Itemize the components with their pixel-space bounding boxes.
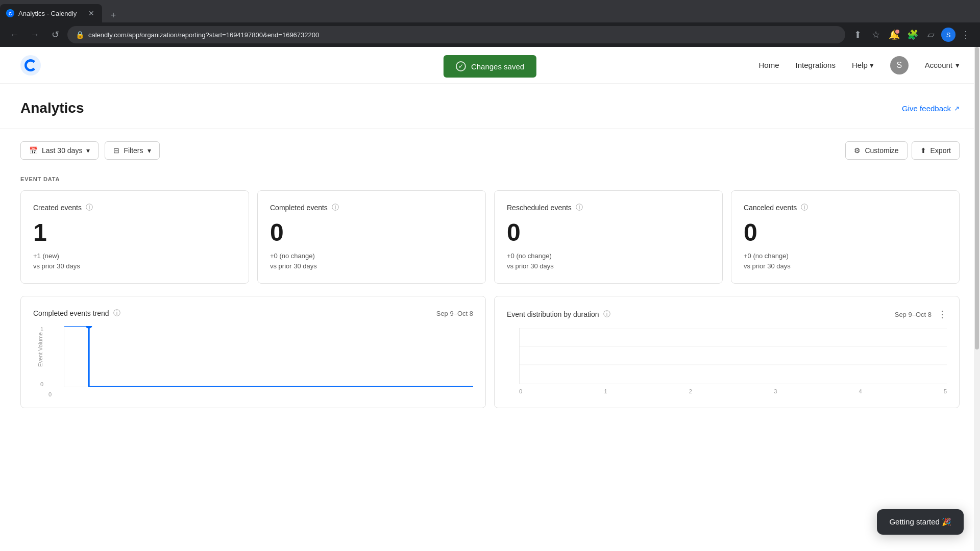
distribution-x-axis: 0 1 2 3 4 5 (519, 388, 947, 394)
created-events-info-icon[interactable]: ⓘ (86, 203, 93, 212)
canceled-events-title: Canceled events ⓘ (744, 203, 947, 212)
export-button[interactable]: ⬆ Export (912, 141, 960, 160)
share-button[interactable]: ⬆ (849, 27, 866, 43)
scrollbar-thumb[interactable] (975, 47, 979, 349)
reload-button[interactable]: ↺ (47, 27, 63, 43)
give-feedback-link[interactable]: Give feedback ↗ (902, 104, 960, 113)
toast-check-icon: ✓ (456, 61, 466, 71)
header-divider (0, 129, 980, 129)
toast-notification: ✓ Changes saved (444, 55, 536, 78)
event-data-section-label: EVENT DATA (20, 176, 960, 182)
external-link-icon: ↗ (954, 105, 960, 112)
getting-started-widget[interactable]: Getting started 🎉 (877, 509, 964, 535)
canceled-events-change: +0 (no change) vs prior 30 days (744, 251, 947, 271)
tab-title: Analytics - Calendly (18, 10, 83, 17)
date-range-button[interactable]: 📅 Last 30 days ▾ (20, 141, 99, 160)
dist-x-5: 5 (944, 388, 947, 394)
nav-help[interactable]: Help ▾ (852, 61, 874, 70)
completed-events-title: Completed events ⓘ (270, 203, 473, 212)
trend-y-label-0: 0 (40, 381, 43, 387)
canceled-events-info-icon[interactable]: ⓘ (801, 203, 808, 212)
forward-button[interactable]: → (27, 27, 43, 43)
trend-chart-date: Sep 9–Oct 8 (436, 310, 473, 317)
distribution-chart-header: Event distribution by duration ⓘ Sep 9–O… (507, 309, 947, 320)
created-events-change-line2: vs prior 30 days (33, 261, 236, 271)
toast-message: Changes saved (471, 62, 524, 71)
menu-button[interactable]: ⋮ (958, 27, 974, 43)
trend-chart-area: 1 0 Event Volume (33, 326, 473, 397)
rescheduled-events-change-line2: vs prior 30 days (507, 261, 710, 271)
nav-integrations[interactable]: Integrations (796, 61, 836, 69)
charts-grid: Completed events trend ⓘ Sep 9–Oct 8 1 0… (20, 296, 960, 408)
nav-home[interactable]: Home (759, 61, 779, 69)
bell-button[interactable]: 🔔 (886, 27, 902, 43)
distribution-chart-title: Event distribution by duration ⓘ (507, 310, 610, 319)
trend-y-label-1: 1 (40, 326, 43, 332)
canceled-events-value: 0 (744, 220, 947, 245)
rescheduled-events-change: +0 (no change) vs prior 30 days (507, 251, 710, 271)
export-label: Export (930, 146, 951, 155)
distribution-chart-card: Event distribution by duration ⓘ Sep 9–O… (494, 296, 960, 408)
rescheduled-events-info-icon[interactable]: ⓘ (576, 203, 583, 212)
tab-close-button[interactable]: ✕ (87, 9, 96, 18)
distribution-more-button[interactable]: ⋮ (938, 309, 947, 320)
canceled-events-change-line1: +0 (no change) (744, 251, 947, 261)
lock-icon: 🔒 (76, 31, 84, 39)
svg-point-2 (20, 55, 41, 76)
page-content: Analytics Give feedback ↗ 📅 Last 30 days… (0, 84, 980, 408)
completed-events-info-icon[interactable]: ⓘ (332, 203, 339, 212)
bookmark-button[interactable]: ☆ (868, 27, 884, 43)
address-bar[interactable]: 🔒 calendly.com/app/organization/reportin… (67, 26, 845, 43)
logo[interactable] (20, 55, 41, 76)
active-tab[interactable]: C Analytics - Calendly ✕ (0, 4, 102, 22)
help-chevron-icon: ▾ (870, 61, 874, 70)
extensions-button[interactable]: 🧩 (904, 27, 921, 43)
sidepanel-button[interactable]: ▱ (923, 27, 939, 43)
nav-help-label: Help (852, 61, 868, 69)
back-button[interactable]: ← (6, 27, 22, 43)
distribution-chart-info-icon[interactable]: ⓘ (603, 310, 610, 319)
completed-events-change-line1: +0 (no change) (270, 251, 473, 261)
getting-started-label: Getting started 🎉 (889, 517, 951, 527)
customize-label: Customize (865, 146, 898, 155)
filters-label: Filters (124, 146, 143, 155)
date-range-chevron-icon: ▾ (86, 146, 90, 155)
trend-chart-header: Completed events trend ⓘ Sep 9–Oct 8 (33, 309, 473, 318)
created-events-change: +1 (new) vs prior 30 days (33, 251, 236, 271)
completed-events-change: +0 (no change) vs prior 30 days (270, 251, 473, 271)
filter-right: ⚙ Customize ⬆ Export (845, 141, 960, 160)
filters-button[interactable]: ⊟ Filters ▾ (105, 141, 159, 160)
scrollbar-track[interactable] (974, 47, 980, 551)
distribution-chart-area: 0 1 2 3 4 5 (507, 328, 947, 394)
app-container: Home Integrations Help ▾ S Account ▾ ✓ C… (0, 47, 980, 551)
rescheduled-events-card: Rescheduled events ⓘ 0 +0 (no change) vs… (494, 190, 723, 284)
calendar-icon: 📅 (29, 146, 38, 155)
give-feedback-label: Give feedback (902, 104, 951, 113)
new-tab-button[interactable]: + (106, 8, 120, 22)
nav-user-avatar[interactable]: S (890, 56, 909, 74)
filter-left: 📅 Last 30 days ▾ ⊟ Filters ▾ (20, 141, 160, 160)
dist-x-0: 0 (519, 388, 522, 394)
dist-x-3: 3 (774, 388, 777, 394)
trend-x-start: 0 (48, 391, 52, 397)
created-events-card: Created events ⓘ 1 +1 (new) vs prior 30 … (20, 190, 249, 284)
svg-text:C: C (9, 11, 12, 16)
canceled-events-card: Canceled events ⓘ 0 +0 (no change) vs pr… (731, 190, 960, 284)
created-events-title: Created events ⓘ (33, 203, 236, 212)
page-title: Analytics (20, 100, 84, 116)
created-events-change-line1: +1 (new) (33, 251, 236, 261)
rescheduled-events-title: Rescheduled events ⓘ (507, 203, 710, 212)
date-range-label: Last 30 days (42, 146, 82, 155)
completed-events-value: 0 (270, 220, 473, 245)
customize-button[interactable]: ⚙ Customize (845, 141, 907, 160)
filters-chevron-icon: ▾ (148, 146, 151, 155)
created-events-value: 1 (33, 220, 236, 245)
browser-user-avatar[interactable]: S (941, 28, 955, 42)
distribution-chart-plot (519, 328, 947, 384)
trend-chart-info-icon[interactable]: ⓘ (113, 309, 120, 318)
browser-toolbar: ← → ↺ 🔒 calendly.com/app/organization/re… (0, 22, 980, 47)
nav-account[interactable]: Account ▾ (925, 61, 960, 70)
filter-bar: 📅 Last 30 days ▾ ⊟ Filters ▾ ⚙ Customize… (20, 141, 960, 160)
dist-x-2: 2 (689, 388, 692, 394)
completed-events-card: Completed events ⓘ 0 +0 (no change) vs p… (257, 190, 486, 284)
